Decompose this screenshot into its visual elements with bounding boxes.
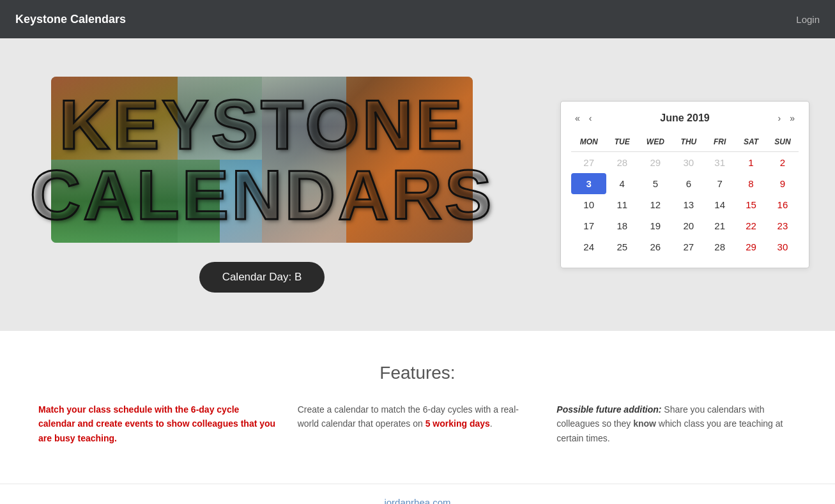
- hero-left: KEYSTONE CALENDARS Calendar Day: B: [51, 77, 473, 293]
- navbar: Keystone Calendars Login: [0, 0, 835, 38]
- cal-day-cell[interactable]: 17: [571, 215, 606, 236]
- cal-day-cell[interactable]: 29: [735, 236, 767, 257]
- cal-weekday-sun: SUN: [767, 135, 799, 152]
- cal-day-cell[interactable]: 23: [767, 215, 799, 236]
- calendar-next-button[interactable]: ›: [774, 112, 785, 125]
- calendar-prev-button[interactable]: ‹: [585, 112, 596, 125]
- features-grid: Match your class schedule with the 6-day…: [38, 402, 797, 445]
- calendar-prev-prev-button[interactable]: «: [571, 112, 584, 125]
- cal-day-cell[interactable]: 13: [673, 194, 704, 215]
- cal-day-cell[interactable]: 28: [606, 152, 638, 174]
- feature-item-2: Create a calendar to match the 6-day cyc…: [298, 402, 538, 445]
- calendar-body: 2728293031123456789101112131415161718192…: [571, 152, 799, 258]
- cal-day-cell[interactable]: 9: [767, 173, 799, 194]
- cal-week-row: 272829303112: [571, 152, 799, 174]
- calendar-prev-nav: « ‹: [571, 112, 595, 125]
- logo-line1: KEYSTONE: [59, 89, 464, 160]
- cal-day-cell[interactable]: 21: [704, 215, 735, 236]
- cal-day-cell[interactable]: 7: [704, 173, 735, 194]
- calendar-weekdays-row: MONTUEWEDTHUFRISATSUN: [571, 135, 799, 152]
- cal-day-cell[interactable]: 4: [606, 173, 638, 194]
- footer-link[interactable]: jordanrhea.com: [384, 497, 450, 504]
- cal-day-cell[interactable]: 25: [606, 236, 638, 257]
- cal-day-cell[interactable]: 15: [735, 194, 767, 215]
- feature-item-3: Possible future addition: Share you cale…: [556, 402, 797, 445]
- hero-section: KEYSTONE CALENDARS Calendar Day: B « ‹ J…: [0, 38, 835, 331]
- calendar-day-value: B: [295, 271, 302, 283]
- calendar-title: June 2019: [660, 112, 709, 124]
- feature-1-text: Match your class schedule with the 6-day…: [38, 404, 275, 443]
- calendar-day-label: Calendar Day:: [222, 271, 292, 283]
- cal-weekday-tue: TUE: [606, 135, 638, 152]
- logo-text-wrapper: KEYSTONE CALENDARS: [51, 77, 473, 243]
- cal-day-cell[interactable]: 22: [735, 215, 767, 236]
- cal-day-cell[interactable]: 30: [767, 236, 799, 257]
- cal-day-cell[interactable]: 5: [638, 173, 673, 194]
- calendar-next-next-button[interactable]: »: [786, 112, 799, 125]
- cal-day-cell[interactable]: 8: [735, 173, 767, 194]
- calendar-grid: MONTUEWEDTHUFRISATSUN 272829303112345678…: [571, 135, 799, 257]
- logo-line2: CALENDARS: [30, 160, 494, 230]
- cal-day-cell[interactable]: 11: [606, 194, 638, 215]
- cal-week-row: 17181920212223: [571, 215, 799, 236]
- cal-day-cell[interactable]: 3: [571, 173, 606, 194]
- cal-week-row: 24252627282930: [571, 236, 799, 257]
- cal-day-cell[interactable]: 27: [673, 236, 704, 257]
- feature-2-text: Create a calendar to match the 6-day cyc…: [298, 404, 519, 429]
- brand-title: Keystone Calendars: [15, 13, 126, 26]
- cal-day-cell[interactable]: 12: [638, 194, 673, 215]
- cal-weekday-fri: FRI: [704, 135, 735, 152]
- features-title: Features:: [38, 363, 797, 383]
- cal-weekday-wed: WED: [638, 135, 673, 152]
- cal-day-cell[interactable]: 24: [571, 236, 606, 257]
- logo-container: KEYSTONE CALENDARS: [51, 77, 473, 243]
- feature-3-prefix: Possible future addition:: [556, 404, 661, 415]
- cal-day-cell[interactable]: 27: [571, 152, 606, 174]
- cal-day-cell[interactable]: 10: [571, 194, 606, 215]
- cal-weekday-thu: THU: [673, 135, 704, 152]
- feature-item-1: Match your class schedule with the 6-day…: [38, 402, 279, 445]
- cal-day-cell[interactable]: 1: [735, 152, 767, 174]
- cal-day-cell[interactable]: 14: [704, 194, 735, 215]
- cal-day-cell[interactable]: 28: [704, 236, 735, 257]
- cal-day-cell[interactable]: 30: [673, 152, 704, 174]
- calendar-header: « ‹ June 2019 › »: [571, 112, 799, 125]
- footer: jordanrhea.com: [0, 484, 835, 504]
- cal-day-cell[interactable]: 19: [638, 215, 673, 236]
- cal-day-cell[interactable]: 31: [704, 152, 735, 174]
- cal-day-cell[interactable]: 6: [673, 173, 704, 194]
- cal-day-cell[interactable]: 16: [767, 194, 799, 215]
- cal-week-row: 10111213141516: [571, 194, 799, 215]
- calendar-widget: « ‹ June 2019 › » MONTUEWEDTHUFRISATSUN …: [560, 101, 809, 268]
- cal-day-cell[interactable]: 20: [673, 215, 704, 236]
- calendar-day-badge: Calendar Day: B: [199, 262, 325, 293]
- features-section: Features: Match your class schedule with…: [0, 331, 835, 484]
- cal-day-cell[interactable]: 2: [767, 152, 799, 174]
- cal-weekday-mon: MON: [571, 135, 606, 152]
- login-link[interactable]: Login: [796, 14, 820, 25]
- calendar-next-nav: › »: [774, 112, 799, 125]
- cal-weekday-sat: SAT: [735, 135, 767, 152]
- cal-day-cell[interactable]: 29: [638, 152, 673, 174]
- cal-week-row: 3456789: [571, 173, 799, 194]
- cal-day-cell[interactable]: 26: [638, 236, 673, 257]
- cal-day-cell[interactable]: 18: [606, 215, 638, 236]
